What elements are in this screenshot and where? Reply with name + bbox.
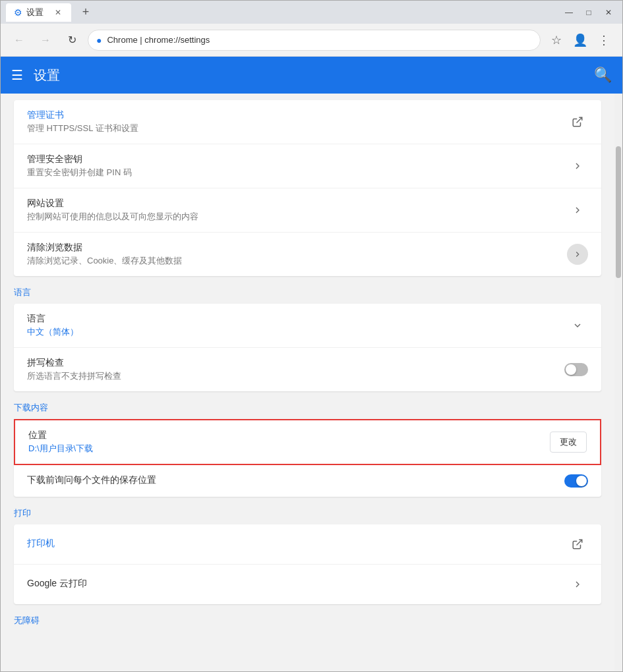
printer-external-icon[interactable] xyxy=(567,534,588,555)
toolbar-icons: ☆ 👤 ⋮ xyxy=(546,30,614,51)
close-button[interactable]: ✕ xyxy=(600,6,617,19)
spell-check-subtitle: 所选语言不支持拼写检查 xyxy=(27,370,564,382)
back-button[interactable]: ← xyxy=(9,30,30,51)
main-content: 管理证书 管理 HTTPS/SSL 证书和设置 管理安全密钥 重置安全密钥并创建… xyxy=(1,94,622,671)
clear-browsing-data-arrow-icon[interactable] xyxy=(567,244,588,265)
scrollbar[interactable] xyxy=(614,94,622,671)
manage-certificates-external-icon[interactable] xyxy=(567,111,588,132)
bookmark-button[interactable]: ☆ xyxy=(546,30,567,51)
scrollbar-thumb[interactable] xyxy=(616,146,621,278)
account-button[interactable]: 👤 xyxy=(570,30,591,51)
omnibox[interactable]: ● Chrome | chrome://settings xyxy=(88,30,541,51)
url-path: chrome://settings xyxy=(144,35,210,45)
content-area: 管理证书 管理 HTTPS/SSL 证书和设置 管理安全密钥 重置安全密钥并创建… xyxy=(1,94,614,671)
clear-browsing-data-subtitle: 清除浏览记录、Cookie、缓存及其他数据 xyxy=(27,255,567,267)
ask-before-download-item[interactable]: 下载前询问每个文件的保存位置 xyxy=(14,465,601,497)
manage-certificates-title: 管理证书 xyxy=(27,109,567,121)
download-location-title: 位置 xyxy=(28,430,550,441)
clear-browsing-data-item[interactable]: 清除浏览数据 清除浏览记录、Cookie、缓存及其他数据 xyxy=(14,233,601,276)
manage-security-key-arrow-icon[interactable] xyxy=(567,155,588,177)
language-section-card: 语言 中文（简体） 拼写检查 所选语言不支持拼写检查 xyxy=(14,304,601,391)
download-section-label: 下载内容 xyxy=(14,402,601,414)
google-cloud-print-arrow-icon[interactable] xyxy=(567,574,588,595)
forward-button[interactable]: → xyxy=(35,30,56,51)
site-settings-subtitle: 控制网站可使用的信息以及可向您显示的内容 xyxy=(27,211,567,223)
site-settings-arrow-icon[interactable] xyxy=(567,200,588,221)
printer-item[interactable]: 打印机 xyxy=(14,524,601,565)
svg-line-1 xyxy=(577,540,582,545)
svg-line-0 xyxy=(577,117,582,123)
address-bar: ← → ↻ ● Chrome | chrome://settings ☆ 👤 ⋮ xyxy=(1,24,622,57)
new-tab-button[interactable]: + xyxy=(76,3,95,22)
tab-close-button[interactable]: ✕ xyxy=(53,7,63,18)
language-subtitle: 中文（简体） xyxy=(27,326,567,338)
spell-check-toggle[interactable] xyxy=(564,363,588,376)
manage-certificates-subtitle: 管理 HTTPS/SSL 证书和设置 xyxy=(27,123,567,134)
spell-check-toggle-knob xyxy=(566,364,576,375)
url-separator: | xyxy=(138,35,145,45)
hamburger-menu[interactable]: ☰ xyxy=(11,67,23,83)
tab-title: 设置 xyxy=(26,7,44,18)
chrome-label: Chrome xyxy=(107,35,137,45)
language-chevron-icon[interactable] xyxy=(567,315,588,336)
ask-before-download-toggle-knob xyxy=(576,476,587,486)
maximize-button[interactable]: □ xyxy=(580,6,597,19)
manage-certificates-item[interactable]: 管理证书 管理 HTTPS/SSL 证书和设置 xyxy=(14,100,601,144)
app-header: ☰ 设置 🔍 xyxy=(1,57,622,94)
ask-before-download-title: 下载前询问每个文件的保存位置 xyxy=(27,474,564,486)
search-button[interactable]: 🔍 xyxy=(594,67,612,84)
accessibility-section-label: 无障碍 xyxy=(14,615,601,627)
security-section-card: 管理证书 管理 HTTPS/SSL 证书和设置 管理安全密钥 重置安全密钥并创建… xyxy=(14,100,601,276)
clear-browsing-data-title: 清除浏览数据 xyxy=(27,242,567,254)
manage-security-key-title: 管理安全密钥 xyxy=(27,154,567,165)
download-section-card: 位置 D:\用户目录\下载 更改 下载前询问每个文件的保存位置 xyxy=(14,419,601,497)
refresh-button[interactable]: ↻ xyxy=(61,30,82,51)
printer-title: 打印机 xyxy=(27,538,567,549)
print-section-label: 打印 xyxy=(14,507,601,519)
google-cloud-print-item[interactable]: Google 云打印 xyxy=(14,565,601,604)
print-section-card: 打印机 Google 云打印 xyxy=(14,524,601,604)
site-settings-item[interactable]: 网站设置 控制网站可使用的信息以及可向您显示的内容 xyxy=(14,188,601,233)
window-controls: — □ ✕ xyxy=(560,6,617,19)
language-item[interactable]: 语言 中文（简体） xyxy=(14,304,601,348)
site-settings-title: 网站设置 xyxy=(27,198,567,210)
tab-settings-icon: ⚙ xyxy=(14,7,22,18)
language-section-label: 语言 xyxy=(14,287,601,298)
minimize-button[interactable]: — xyxy=(560,6,578,19)
ask-before-download-toggle[interactable] xyxy=(564,474,588,488)
change-location-button[interactable]: 更改 xyxy=(550,432,587,453)
download-location-subtitle: D:\用户目录\下载 xyxy=(28,443,550,455)
google-cloud-print-title: Google 云打印 xyxy=(27,578,567,590)
active-tab[interactable]: ⚙ 设置 ✕ xyxy=(6,3,71,22)
manage-security-key-item[interactable]: 管理安全密钥 重置安全密钥并创建 PIN 码 xyxy=(14,144,601,188)
language-title: 语言 xyxy=(27,313,567,325)
title-bar: ⚙ 设置 ✕ + — □ ✕ xyxy=(1,1,622,24)
url-display: Chrome | chrome://settings xyxy=(107,35,210,45)
menu-button[interactable]: ⋮ xyxy=(593,30,614,51)
secure-icon: ● xyxy=(96,35,102,45)
manage-security-key-subtitle: 重置安全密钥并创建 PIN 码 xyxy=(27,167,567,179)
download-location-item[interactable]: 位置 D:\用户目录\下载 更改 xyxy=(14,419,601,465)
spell-check-item[interactable]: 拼写检查 所选语言不支持拼写检查 xyxy=(14,348,601,391)
page-title: 设置 xyxy=(34,67,60,84)
spell-check-title: 拼写检查 xyxy=(27,357,564,369)
